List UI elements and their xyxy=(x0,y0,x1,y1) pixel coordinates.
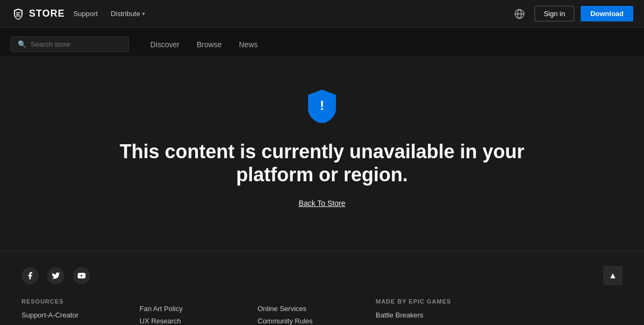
nav-left: STORE Support Distribute ▾ xyxy=(11,6,145,21)
social-icons xyxy=(21,267,90,284)
footer-col-resources: Resources Support-A-Creator Distribute o… xyxy=(21,298,129,325)
store-nav-tabs: Discover Browse News xyxy=(150,38,258,51)
tab-news[interactable]: News xyxy=(239,38,258,51)
scroll-top-button[interactable]: ▲ xyxy=(603,266,623,285)
search-input[interactable] xyxy=(31,40,122,48)
download-button[interactable]: Download xyxy=(581,6,633,21)
nav-right: Sign in Download xyxy=(511,5,633,23)
language-button[interactable] xyxy=(511,5,528,23)
footer-link-support-a-creator[interactable]: Support-A-Creator xyxy=(21,311,129,319)
footer-col-online-services: Online Services Community Rules Epic New… xyxy=(258,298,365,325)
error-title: This content is currently unavailable in… xyxy=(107,140,537,186)
footer-link-community-rules[interactable]: Community Rules xyxy=(258,317,365,325)
svg-rect-0 xyxy=(16,12,20,13)
made-by-header: Made By Epic Games xyxy=(376,298,483,305)
store-label: STORE xyxy=(29,8,65,19)
nav-links: Support Distribute ▾ xyxy=(74,10,145,18)
footer-link-online-services[interactable]: Online Services xyxy=(258,305,365,313)
footer-col-made-by-epic: Made By Epic Games Battle Breakers Fortn… xyxy=(376,298,483,325)
facebook-icon[interactable] xyxy=(21,267,39,284)
footer-link-ux-research[interactable]: UX Research xyxy=(140,317,247,325)
search-row: 🔍 Discover Browse News xyxy=(0,28,644,56)
shield-icon: ! xyxy=(307,88,337,123)
svg-rect-2 xyxy=(16,16,20,17)
support-nav-link[interactable]: Support xyxy=(74,10,98,18)
tab-discover[interactable]: Discover xyxy=(150,38,179,51)
svg-text:!: ! xyxy=(320,98,324,113)
epic-logo-icon xyxy=(11,6,26,21)
chevron-down-icon: ▾ xyxy=(142,11,145,17)
twitter-icon[interactable] xyxy=(47,267,64,284)
back-to-store-link[interactable]: Back To Store xyxy=(299,199,346,208)
logo-group[interactable]: STORE xyxy=(11,6,65,21)
youtube-icon[interactable] xyxy=(73,267,90,284)
svg-rect-1 xyxy=(16,14,19,15)
footer-social: ▲ xyxy=(21,266,623,285)
main-content: ! This content is currently unavailable … xyxy=(0,56,644,250)
footer-link-fan-art[interactable]: Fan Art Policy xyxy=(140,305,247,313)
footer: ▲ Resources Support-A-Creator Distribute… xyxy=(0,250,644,325)
error-shield-container: ! xyxy=(307,88,337,123)
signin-button[interactable]: Sign in xyxy=(535,6,574,21)
footer-links-grid: Resources Support-A-Creator Distribute o… xyxy=(21,298,623,325)
resources-header: Resources xyxy=(21,298,129,305)
search-icon: 🔍 xyxy=(18,40,26,48)
distribute-nav-link[interactable]: Distribute ▾ xyxy=(111,10,145,18)
footer-link-battle-breakers[interactable]: Battle Breakers xyxy=(376,311,483,319)
navbar: STORE Support Distribute ▾ Sign in Downl… xyxy=(0,0,644,28)
footer-col-fan-art: Fan Art Policy UX Research Store EULA xyxy=(140,298,247,325)
tab-browse[interactable]: Browse xyxy=(196,38,222,51)
search-box[interactable]: 🔍 xyxy=(11,36,129,52)
